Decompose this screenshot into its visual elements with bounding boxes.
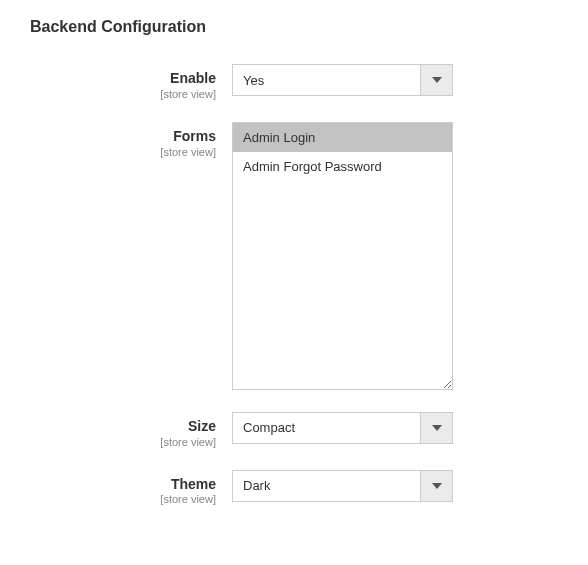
- field-enable: Enable [store view] Yes: [30, 64, 558, 100]
- field-forms: Forms [store view] Admin LoginAdmin Forg…: [30, 122, 558, 390]
- label-col: Enable [store view]: [30, 64, 232, 100]
- label-col: Theme [store view]: [30, 470, 232, 506]
- field-label: Size: [30, 418, 216, 435]
- field-scope: [store view]: [30, 493, 216, 505]
- size-select[interactable]: Compact: [232, 412, 453, 444]
- forms-option[interactable]: Admin Forgot Password: [233, 152, 452, 181]
- field-theme: Theme [store view] Dark: [30, 470, 558, 506]
- label-col: Size [store view]: [30, 412, 232, 448]
- theme-select[interactable]: Dark: [232, 470, 453, 502]
- size-select-value: Compact: [233, 420, 420, 435]
- enable-select-value: Yes: [233, 73, 420, 88]
- chevron-down-icon: [420, 413, 452, 443]
- field-label: Enable: [30, 70, 216, 87]
- field-label: Forms: [30, 128, 216, 145]
- field-scope: [store view]: [30, 88, 216, 100]
- forms-multiselect[interactable]: Admin LoginAdmin Forgot Password: [232, 122, 453, 390]
- field-scope: [store view]: [30, 436, 216, 448]
- label-col: Forms [store view]: [30, 122, 232, 158]
- field-label: Theme: [30, 476, 216, 493]
- field-scope: [store view]: [30, 146, 216, 158]
- theme-select-value: Dark: [233, 478, 420, 493]
- forms-option[interactable]: Admin Login: [233, 123, 452, 152]
- section-title: Backend Configuration: [30, 18, 558, 36]
- chevron-down-icon: [420, 65, 452, 95]
- enable-select[interactable]: Yes: [232, 64, 453, 96]
- chevron-down-icon: [420, 471, 452, 501]
- field-size: Size [store view] Compact: [30, 412, 558, 448]
